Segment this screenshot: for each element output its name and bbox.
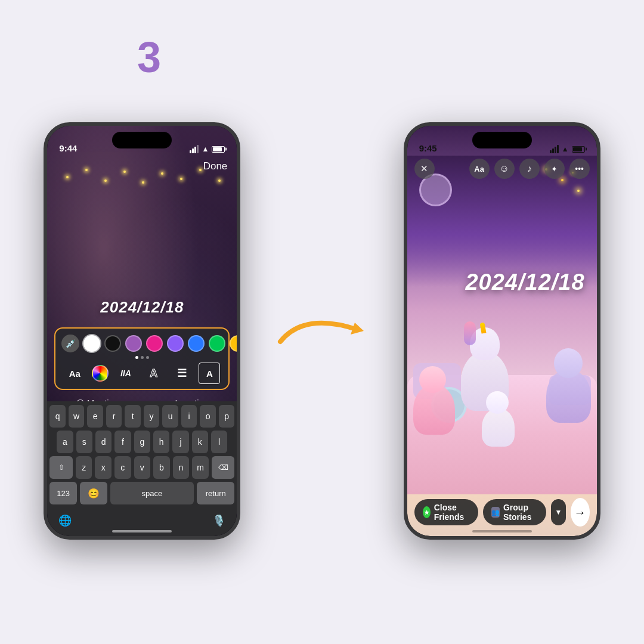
sticker-btn[interactable]: ☺ bbox=[494, 159, 515, 179]
format-align-btn[interactable]: ☰ bbox=[171, 363, 193, 384]
chevron-down-icon: ▼ bbox=[555, 508, 562, 516]
status-icons-2: ▲ bbox=[550, 145, 585, 153]
status-icons-1: ▲ bbox=[190, 145, 225, 153]
key-i[interactable]: i bbox=[181, 405, 197, 428]
text-tool-btn[interactable]: Aa bbox=[469, 159, 490, 179]
key-c[interactable]: c bbox=[114, 456, 131, 479]
key-shift[interactable]: ⇧ bbox=[49, 456, 73, 479]
signal-icon-1 bbox=[190, 145, 199, 153]
step-number: 3 bbox=[137, 33, 161, 82]
key-v[interactable]: v bbox=[134, 456, 151, 479]
wifi-icon-2: ▲ bbox=[562, 145, 569, 153]
phone-1: 9:44 ▲ Done bbox=[44, 122, 240, 540]
key-z[interactable]: z bbox=[76, 456, 92, 479]
key-return[interactable]: return bbox=[197, 482, 234, 504]
key-h[interactable]: h bbox=[153, 431, 169, 453]
key-m[interactable]: m bbox=[192, 456, 209, 479]
mic-icon[interactable]: 🎙️ bbox=[208, 510, 230, 531]
phone-1-inner: 9:44 ▲ Done bbox=[47, 126, 237, 536]
key-123[interactable]: 123 bbox=[49, 482, 77, 504]
home-bar-1 bbox=[112, 530, 172, 532]
send-icon: → bbox=[574, 506, 586, 519]
key-delete[interactable]: ⌫ bbox=[212, 456, 235, 479]
format-outline-btn[interactable]: A bbox=[143, 363, 165, 384]
phone2-bottom-bar: ★ Close Friends 👥 Group Stories ▼ → bbox=[414, 498, 590, 527]
group-stories-label: Group Stories bbox=[503, 503, 538, 522]
color-violet[interactable] bbox=[167, 335, 184, 352]
key-p[interactable]: p bbox=[219, 405, 235, 428]
kb-extras-row: 🌐 🎙️ bbox=[49, 507, 234, 531]
kb-row-1: q w e r t y u i o p bbox=[49, 405, 234, 428]
group-stories-btn[interactable]: 👥 Group Stories bbox=[483, 499, 547, 525]
toolbar-right-icons: Aa ☺ ♪ ✦ ••• bbox=[469, 159, 590, 179]
key-a[interactable]: a bbox=[57, 431, 73, 453]
send-button[interactable]: → bbox=[571, 498, 590, 527]
time-1: 9:44 bbox=[59, 143, 77, 153]
eyedropper-icon[interactable]: 💉 bbox=[61, 335, 79, 352]
arrow-indicator bbox=[268, 300, 376, 362]
color-pink[interactable] bbox=[146, 335, 163, 352]
phone1-background: 9:44 ▲ Done bbox=[47, 126, 237, 536]
color-black[interactable] bbox=[104, 335, 121, 352]
key-space[interactable]: space bbox=[110, 482, 194, 504]
key-j[interactable]: j bbox=[172, 431, 188, 453]
key-e[interactable]: e bbox=[87, 405, 103, 428]
effects-btn[interactable]: ✦ bbox=[544, 159, 565, 179]
format-rainbow-btn[interactable] bbox=[92, 365, 109, 382]
key-y[interactable]: y bbox=[144, 405, 160, 428]
time-2: 9:45 bbox=[419, 143, 437, 153]
key-u[interactable]: u bbox=[162, 405, 178, 428]
close-button-phone2[interactable]: ✕ bbox=[414, 159, 435, 179]
color-white[interactable] bbox=[83, 335, 100, 352]
date-text-phone2: 2024/12/18 bbox=[465, 270, 584, 295]
color-toolbar: 💉 bbox=[54, 327, 230, 390]
close-friends-label: Close Friends bbox=[434, 503, 470, 522]
phone2-toolbar: ✕ Aa ☺ ♪ ✦ ••• bbox=[407, 159, 597, 179]
key-k[interactable]: k bbox=[192, 431, 208, 453]
globe-icon[interactable]: 🌐 bbox=[54, 510, 76, 531]
key-w[interactable]: w bbox=[69, 405, 85, 428]
key-s[interactable]: s bbox=[76, 431, 92, 453]
key-l[interactable]: l bbox=[211, 431, 227, 453]
format-italic-btn[interactable]: IIA bbox=[115, 363, 137, 384]
key-g[interactable]: g bbox=[134, 431, 150, 453]
color-blue[interactable] bbox=[188, 335, 205, 352]
group-stories-icon: 👥 bbox=[491, 507, 500, 518]
format-bg-btn[interactable]: A bbox=[199, 363, 220, 384]
key-t[interactable]: t bbox=[125, 405, 141, 428]
home-bar-2 bbox=[472, 530, 532, 532]
kb-row-4: 123 😊 space return bbox=[49, 482, 234, 504]
main-container: 3 bbox=[0, 0, 644, 644]
color-dots bbox=[61, 356, 222, 359]
text-format-row: Aa IIA A ☰ A bbox=[61, 363, 222, 384]
signal-icon-2 bbox=[550, 145, 559, 153]
phone-2-inner: 9:45 ▲ ✕ Aa bbox=[407, 126, 597, 536]
battery-1 bbox=[212, 146, 225, 153]
unicorn-small bbox=[479, 399, 518, 447]
music-btn[interactable]: ♪ bbox=[519, 159, 540, 179]
key-f[interactable]: f bbox=[114, 431, 131, 453]
key-x[interactable]: x bbox=[95, 456, 112, 479]
wifi-icon-1: ▲ bbox=[202, 145, 209, 153]
kb-row-2: a s d f g h j k l bbox=[49, 431, 234, 453]
key-o[interactable]: o bbox=[200, 405, 216, 428]
close-friends-icon: ★ bbox=[423, 506, 431, 518]
phone-2: 9:45 ▲ ✕ Aa bbox=[404, 122, 600, 540]
key-b[interactable]: b bbox=[153, 456, 170, 479]
more-btn[interactable]: ••• bbox=[569, 159, 590, 179]
key-r[interactable]: r bbox=[106, 405, 122, 428]
chevron-down-btn[interactable]: ▼ bbox=[551, 499, 565, 525]
dynamic-island-1 bbox=[112, 132, 172, 148]
key-q[interactable]: q bbox=[49, 405, 66, 428]
keyboard: q w e r t y u i o p a s bbox=[47, 401, 237, 536]
format-aa-btn[interactable]: Aa bbox=[64, 363, 85, 384]
key-emoji[interactable]: 😊 bbox=[80, 482, 107, 504]
key-d[interactable]: d bbox=[95, 431, 112, 453]
bed-floor-area bbox=[407, 280, 597, 494]
key-n[interactable]: n bbox=[173, 456, 190, 479]
color-purple[interactable] bbox=[125, 335, 142, 352]
done-button[interactable]: Done bbox=[203, 160, 228, 172]
close-friends-btn[interactable]: ★ Close Friends bbox=[414, 499, 478, 525]
dynamic-island-2 bbox=[472, 132, 532, 148]
color-green[interactable] bbox=[209, 335, 225, 352]
